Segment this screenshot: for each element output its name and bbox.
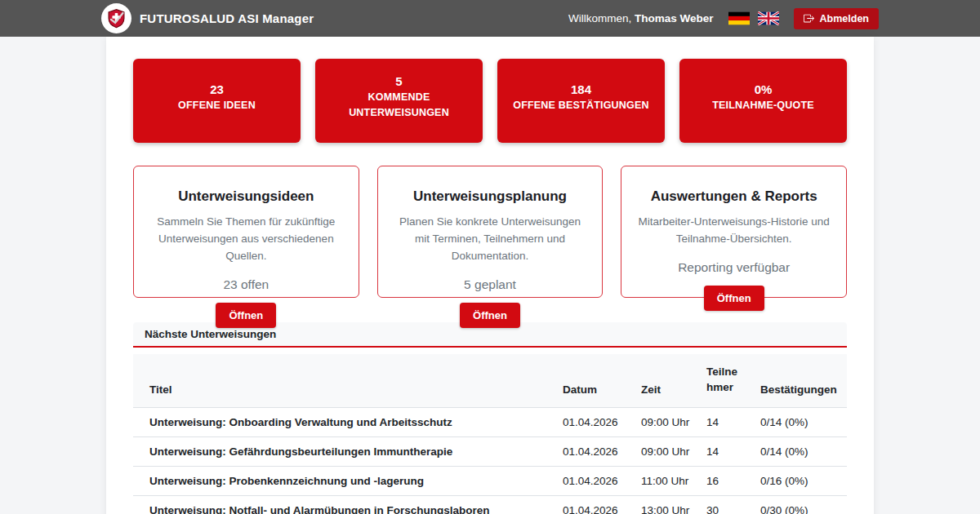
module-status: 23 offen (149, 277, 344, 292)
german-flag-button[interactable] (728, 11, 750, 25)
module-status: Reporting verfügbar (636, 260, 831, 275)
german-flag-icon (728, 11, 750, 25)
module-title: Auswertungen & Reports (636, 188, 831, 205)
stat-card-teilnahme-quote: 0% TEILNAHME-QUOTE (679, 59, 847, 143)
module-title: Unterweisungsideen (149, 188, 344, 205)
brand: FUTUROSALUD ASI Manager (101, 3, 314, 33)
cell-titel: Unterweisung: Probenkennzeichnung und -l… (133, 466, 555, 495)
upcoming-table: Titel Datum Zeit Teilnehmer Bestätigunge… (133, 354, 847, 514)
app-header: FUTUROSALUD ASI Manager Willkommen, Thom… (0, 0, 980, 37)
cell-teilnehmer: 14 (698, 436, 752, 466)
module-status: 5 geplant (393, 277, 588, 292)
modules-row: Unterweisungsideen Sammeln Sie Themen fü… (133, 166, 847, 298)
column-header-datum: Datum (555, 354, 633, 407)
column-header-zeit: Zeit (633, 354, 698, 407)
module-card-auswertungen-reports: Auswertungen & Reports Mitarbeiter-Unter… (621, 166, 847, 298)
table-header-row: Titel Datum Zeit Teilnehmer Bestätigunge… (133, 354, 847, 407)
stat-value: 0% (755, 82, 773, 96)
stat-label: TEILNAHME-QUOTE (712, 98, 814, 113)
open-planung-button[interactable]: Öffnen (460, 303, 520, 328)
cell-bestaetigungen: 0/16 (0%) (752, 466, 847, 495)
app-logo-icon (101, 3, 131, 33)
cell-datum: 01.04.2026 (555, 407, 633, 436)
column-header-bestaetigungen: Bestätigungen (752, 354, 847, 407)
upcoming-section: Nächste Unterweisungen Titel Datum Zeit … (133, 322, 847, 514)
stat-value: 184 (571, 82, 591, 96)
table-row: Unterweisung: Gefährdungsbeurteilungen I… (133, 436, 847, 466)
cell-zeit: 13:00 Uhr (633, 495, 698, 514)
module-title: Unterweisungsplanung (393, 188, 588, 205)
welcome-prefix: Willkommen, (568, 12, 631, 24)
logout-icon (804, 13, 814, 24)
cell-datum: 01.04.2026 (555, 466, 633, 495)
logout-label: Abmelden (820, 13, 869, 24)
stat-label: OFFENE BESTÄTIGUNGEN (513, 98, 649, 113)
cell-zeit: 11:00 Uhr (633, 466, 698, 495)
cell-bestaetigungen: 0/14 (0%) (752, 436, 847, 466)
module-description: Planen Sie konkrete Unterweisungen mit T… (393, 214, 588, 265)
cell-titel: Unterweisung: Notfall- und Alarmübungen … (133, 495, 555, 514)
open-ideen-button[interactable]: Öffnen (216, 303, 276, 328)
table-row: Unterweisung: Onboarding Verwaltung und … (133, 407, 847, 436)
user-name: Thomas Weber (635, 12, 714, 24)
stat-card-offene-bestaetigungen: 184 OFFENE BESTÄTIGUNGEN (497, 59, 665, 143)
table-row: Unterweisung: Probenkennzeichnung und -l… (133, 466, 847, 495)
logout-button[interactable]: Abmelden (794, 8, 879, 29)
stat-label: KOMMENDE UNTERWEISUNGEN (327, 90, 471, 121)
column-header-titel: Titel (133, 354, 555, 407)
cell-titel: Unterweisung: Gefährdungsbeurteilungen I… (133, 436, 555, 466)
stats-row: 23 OFFENE IDEEN 5 KOMMENDE UNTERWEISUNGE… (133, 59, 847, 143)
cell-bestaetigungen: 0/30 (0%) (752, 495, 847, 514)
upcoming-table-wrap: Titel Datum Zeit Teilnehmer Bestätigunge… (133, 354, 847, 514)
cell-teilnehmer: 14 (698, 407, 752, 436)
cell-bestaetigungen: 0/14 (0%) (752, 407, 847, 436)
stat-card-kommende-unterweisungen: 5 KOMMENDE UNTERWEISUNGEN (315, 59, 483, 143)
module-description: Mitarbeiter-Unterweisungs-Historie und T… (636, 214, 831, 248)
stat-value: 5 (395, 74, 402, 88)
module-description: Sammeln Sie Themen für zukünftige Unterw… (149, 214, 344, 265)
stat-card-offene-ideen: 23 OFFENE IDEEN (133, 59, 301, 143)
cell-teilnehmer: 16 (698, 466, 752, 495)
table-row: Unterweisung: Notfall- und Alarmübungen … (133, 495, 847, 514)
main-content: 23 OFFENE IDEEN 5 KOMMENDE UNTERWEISUNGE… (106, 37, 874, 514)
cell-datum: 01.04.2026 (555, 436, 633, 466)
column-header-teilnehmer: Teilnehmer (698, 354, 752, 407)
stat-label: OFFENE IDEEN (178, 98, 256, 113)
module-card-unterweisungsideen: Unterweisungsideen Sammeln Sie Themen fü… (133, 166, 359, 298)
open-reports-button[interactable]: Öffnen (704, 286, 764, 311)
stat-value: 23 (210, 82, 224, 96)
cell-titel: Unterweisung: Onboarding Verwaltung und … (133, 407, 555, 436)
uk-flag-button[interactable] (758, 11, 779, 25)
uk-flag-icon (758, 11, 779, 25)
cell-teilnehmer: 30 (698, 495, 752, 514)
app-title: FUTUROSALUD ASI Manager (140, 11, 314, 25)
module-card-unterweisungsplanung: Unterweisungsplanung Planen Sie konkrete… (377, 166, 604, 298)
welcome-text: Willkommen, Thomas Weber (568, 12, 714, 24)
cell-zeit: 09:00 Uhr (633, 436, 698, 466)
cell-zeit: 09:00 Uhr (633, 407, 698, 436)
cell-datum: 01.04.2026 (555, 495, 633, 514)
